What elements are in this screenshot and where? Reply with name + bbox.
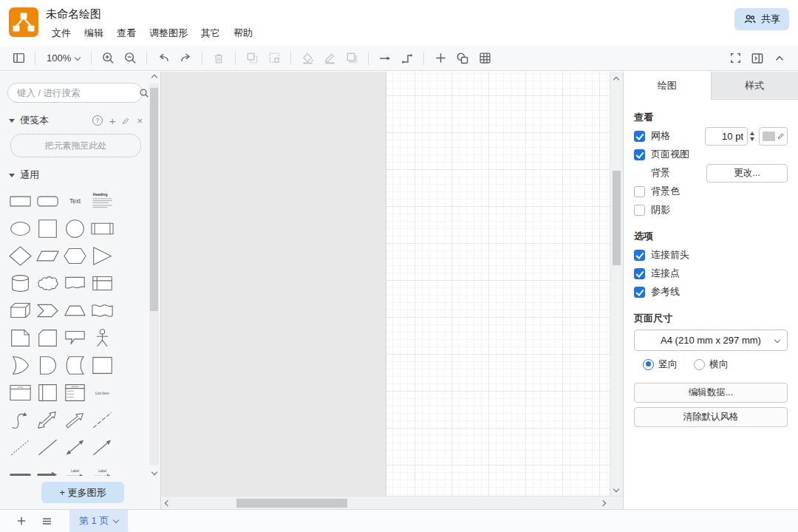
grid-size-input[interactable] <box>705 127 748 146</box>
shape-tape[interactable] <box>89 297 116 324</box>
shape-rectangle[interactable] <box>7 188 34 215</box>
scratchpad-help-icon[interactable]: ? <box>92 115 103 126</box>
shape-actor[interactable] <box>89 324 116 352</box>
zoom-dropdown[interactable]: 100% <box>41 49 86 68</box>
shape-or[interactable] <box>7 352 34 379</box>
more-shapes-button[interactable]: + 更多图形 <box>41 482 124 503</box>
shape-note[interactable] <box>7 324 34 352</box>
insert-table-icon[interactable] <box>474 49 496 68</box>
scroll-left-icon[interactable] <box>163 498 173 508</box>
shape-data-storage[interactable] <box>61 352 89 379</box>
shape-cloud[interactable] <box>34 270 61 297</box>
menu-extras[interactable]: 其它 <box>194 25 227 41</box>
shape-label-connector-1[interactable]: Label <box>61 461 89 476</box>
page-tab[interactable]: 第 1 页 <box>69 510 128 532</box>
edit-data-button[interactable]: 编辑数据... <box>634 383 788 403</box>
scroll-up-icon[interactable] <box>151 73 157 80</box>
to-front-icon[interactable] <box>241 49 263 68</box>
delete-icon[interactable] <box>208 49 230 68</box>
menu-arrange[interactable]: 调整图形 <box>143 25 194 41</box>
page-size-select[interactable]: A4 (210 mm x 297 mm) <box>634 330 788 351</box>
connection-points-checkbox[interactable] <box>634 268 645 279</box>
redo-icon[interactable] <box>174 49 197 68</box>
shape-triangle[interactable] <box>89 242 116 270</box>
portrait-option[interactable]: 竖向 <box>643 358 678 371</box>
connection-icon[interactable] <box>374 49 396 68</box>
shape-directional-connector[interactable] <box>89 434 116 461</box>
shape-line[interactable] <box>34 434 61 461</box>
shape-process[interactable] <box>89 215 116 242</box>
pages-menu-icon[interactable] <box>34 511 59 531</box>
menu-view[interactable]: 查看 <box>110 25 143 41</box>
zoom-in-icon[interactable] <box>97 49 119 68</box>
landscape-radio[interactable] <box>694 359 705 370</box>
shape-search-input[interactable] <box>8 88 139 98</box>
shape-container[interactable] <box>89 352 116 379</box>
drawing-canvas[interactable] <box>161 72 623 510</box>
portrait-radio[interactable] <box>643 359 654 370</box>
fill-color-icon[interactable] <box>296 49 318 68</box>
background-change-button[interactable]: 更改... <box>706 164 788 183</box>
shape-list-item[interactable]: List Item <box>89 379 116 406</box>
page-view-checkbox[interactable] <box>634 149 645 160</box>
shape-label-connector-2[interactable]: Label <box>89 461 116 476</box>
horizontal-scrollbar-thumb[interactable] <box>236 499 347 508</box>
shape-trapezoid[interactable] <box>61 297 89 324</box>
scratchpad-edit-icon[interactable] <box>122 117 130 125</box>
shape-bidirectional-connector[interactable] <box>61 434 89 461</box>
waypoints-icon[interactable] <box>396 49 418 68</box>
shape-link[interactable] <box>7 461 34 476</box>
shadow-checkbox[interactable] <box>634 205 645 216</box>
background-color-checkbox[interactable] <box>634 186 645 197</box>
shape-circle[interactable] <box>61 215 89 242</box>
clear-default-style-button[interactable]: 清除默认风格 <box>634 407 788 427</box>
zoom-out-icon[interactable] <box>119 49 141 68</box>
undo-icon[interactable] <box>152 49 174 68</box>
shape-card[interactable] <box>34 324 61 352</box>
search-icon[interactable] <box>139 88 149 98</box>
grid-checkbox[interactable] <box>634 131 645 142</box>
sidebar-scrollbar-thumb[interactable] <box>150 88 158 311</box>
canvas-horizontal-scrollbar[interactable] <box>161 496 623 510</box>
sidebar-scrollbar[interactable] <box>149 73 159 476</box>
to-back-icon[interactable] <box>263 49 285 68</box>
menu-file[interactable]: 文件 <box>45 25 78 41</box>
shape-callout[interactable] <box>61 324 89 352</box>
menu-edit[interactable]: 编辑 <box>78 25 110 41</box>
shape-arrow-link[interactable] <box>34 461 61 476</box>
scratchpad-close-icon[interactable]: × <box>137 116 143 126</box>
scratchpad-header[interactable]: 便笺本 ? + × <box>9 114 143 127</box>
shape-cylinder[interactable] <box>7 270 34 297</box>
shape-and[interactable] <box>34 352 61 379</box>
scroll-up-icon[interactable] <box>611 73 621 83</box>
shape-vertical-container[interactable] <box>34 379 61 406</box>
guides-checkbox[interactable] <box>634 287 645 298</box>
tab-style[interactable]: 样式 <box>711 72 798 99</box>
shadow-icon[interactable] <box>341 49 363 68</box>
general-section-header[interactable]: 通用 <box>9 168 143 182</box>
canvas-vertical-scrollbar[interactable] <box>610 72 623 497</box>
line-color-icon[interactable] <box>318 49 341 68</box>
shape-step[interactable] <box>34 297 61 324</box>
scratchpad-add-icon[interactable]: + <box>109 115 116 126</box>
shape-cube[interactable] <box>7 297 34 324</box>
shape-container-titled[interactable] <box>7 379 34 406</box>
add-page-icon[interactable] <box>9 511 34 531</box>
scroll-down-icon[interactable] <box>611 485 621 495</box>
shape-arrow[interactable] <box>61 406 89 434</box>
scroll-down-icon[interactable] <box>151 469 157 476</box>
shape-rounded-rectangle[interactable] <box>34 188 61 215</box>
insert-shape-icon[interactable] <box>451 49 474 68</box>
connection-arrows-checkbox[interactable] <box>634 250 645 261</box>
shape-document[interactable] <box>61 270 89 297</box>
shape-list[interactable] <box>61 379 89 406</box>
insert-icon[interactable] <box>429 49 451 68</box>
scroll-right-icon[interactable] <box>598 498 608 508</box>
shape-textbox[interactable]: Heading <box>89 188 116 215</box>
vertical-scrollbar-thumb[interactable] <box>613 171 621 265</box>
shape-square[interactable] <box>34 215 61 242</box>
shape-dashed-line[interactable] <box>89 406 116 434</box>
grid-size-stepper[interactable] <box>750 132 754 141</box>
format-panel-toggle-icon[interactable] <box>746 49 768 68</box>
shape-hexagon[interactable] <box>61 242 89 270</box>
